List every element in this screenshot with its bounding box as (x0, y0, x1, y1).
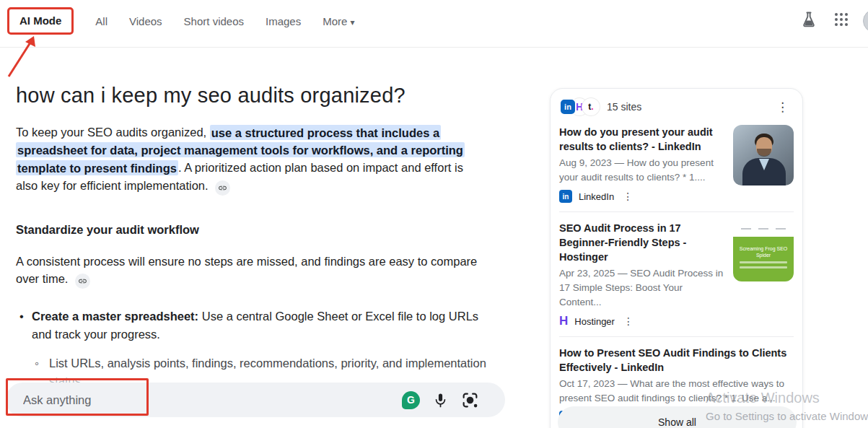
card-divider (559, 336, 794, 337)
show-all-label: Show all (658, 416, 696, 428)
sites-count: 15 sites (607, 101, 641, 113)
source-title[interactable]: SEO Audit Process in 17 Beginner-Friendl… (559, 221, 724, 264)
source-snippet: Aug 9, 2023 — How do you present your au… (559, 156, 724, 185)
thumb-beard-shape (757, 149, 771, 157)
thumb-green-body: Screaming Frog SEO Spider (733, 237, 794, 281)
avatar[interactable] (863, 9, 868, 32)
citation-link-icon[interactable] (215, 180, 230, 196)
thumb-nav-bars (733, 221, 794, 237)
microphone-icon[interactable] (432, 392, 449, 409)
source-card-text: SEO Audit Process in 17 Beginner-Friendl… (559, 221, 724, 328)
source-overflow-menu-icon[interactable]: ⋮ (623, 191, 633, 202)
ai-answer-column: how can i keep my seo audits organized? … (16, 84, 488, 390)
ask-bar-icons: G (402, 391, 479, 409)
annotation-box-ai-mode: AI Mode (7, 7, 74, 35)
source-card: How do you present your audit results to… (559, 125, 794, 203)
source-label: Hostinger (574, 316, 615, 327)
sources-panel: in H t. 15 sites ⋮ How do you present yo… (550, 88, 803, 428)
site-favicons-cluster: in H t. (559, 98, 600, 115)
linkedin-icon: in (559, 190, 572, 203)
source-label: LinkedIn (579, 191, 614, 202)
source-row[interactable]: H Hostinger ⋮ (559, 315, 724, 328)
tab-all[interactable]: All (95, 15, 108, 27)
sources-overflow-menu-icon[interactable]: ⋮ (771, 100, 794, 115)
sub-bullet-text: List URLs, analysis points, findings, re… (49, 357, 486, 370)
sources-header: in H t. 15 sites ⋮ (559, 97, 794, 116)
annotation-arrow (4, 35, 39, 79)
bullet-item: Create a master spreadsheet: Use a centr… (16, 307, 488, 343)
tab-images[interactable]: Images (266, 15, 301, 27)
source-title[interactable]: How do you present your audit results to… (559, 125, 724, 154)
page-title: how can i keep my seo audits organized? (16, 84, 488, 108)
show-all-button[interactable]: Show all (558, 406, 797, 428)
grammarly-icon[interactable]: G (402, 391, 420, 409)
t-site-favicon: t. (582, 98, 600, 115)
tab-videos[interactable]: Videos (129, 15, 162, 27)
google-apps-grid-icon[interactable] (833, 11, 850, 28)
tab-short-videos[interactable]: Short videos (184, 15, 244, 27)
source-thumbnail-portrait[interactable] (733, 125, 794, 185)
tab-ai-mode[interactable]: AI Mode (19, 14, 61, 27)
citation-link-icon[interactable] (75, 274, 90, 289)
section-heading: Standardize your audit workflow (16, 223, 488, 237)
thumb-caption: Screaming Frog SEO Spider (740, 246, 788, 258)
source-title[interactable]: How to Present SEO Audit Findings to Cli… (559, 346, 794, 375)
results-nav: AI Mode All Videos Short videos Images M… (7, 7, 354, 35)
linkedin-favicon: in (559, 98, 577, 115)
source-card: SEO Audit Process in 17 Beginner-Friendl… (559, 221, 794, 328)
ask-anything-input[interactable] (6, 383, 402, 417)
source-snippet: Apr 23, 2025 — SEO Audit Process in 17 S… (559, 266, 724, 310)
labs-flask-icon[interactable] (799, 10, 818, 29)
google-lens-icon[interactable] (461, 391, 479, 409)
ask-anything-bar: G (6, 383, 505, 417)
t-dot: . (591, 102, 593, 112)
source-card-text: How do you present your audit results to… (559, 125, 724, 203)
bullet-lead: Create a master spreadsheet: (32, 310, 198, 323)
hostinger-icon: H (559, 315, 568, 328)
tab-more[interactable]: More▾ (323, 15, 354, 27)
card-divider (559, 211, 794, 212)
tab-more-label: More (323, 15, 347, 27)
source-row[interactable]: in LinkedIn ⋮ (559, 190, 724, 203)
thumb-text-line (740, 266, 787, 268)
section-paragraph: A consistent process will ensure no step… (16, 253, 488, 289)
thumb-text-line (740, 261, 787, 263)
nav-divider (0, 47, 868, 48)
answer-paragraph: To keep your SEO audits organized, use a… (16, 123, 488, 196)
source-snippet: Oct 17, 2023 — What are the most effecti… (559, 377, 794, 406)
chevron-down-icon: ▾ (350, 17, 354, 27)
source-thumbnail-article[interactable]: Screaming Frog SEO Spider (733, 221, 794, 281)
answer-intro: To keep your SEO audits organized, (16, 126, 210, 139)
source-overflow-menu-icon[interactable]: ⋮ (623, 315, 634, 327)
